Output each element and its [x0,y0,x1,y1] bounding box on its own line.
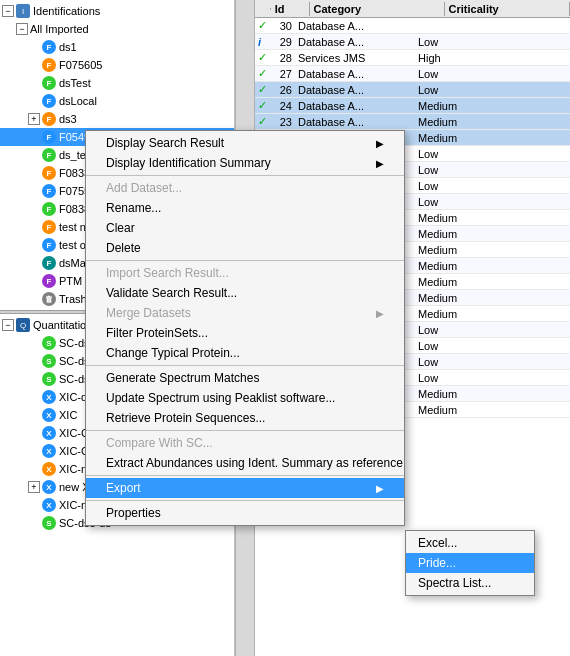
XICds-icon: X [42,390,56,404]
menu-generate-spectrum[interactable]: Generate Spectrum Matches [86,368,404,388]
F0838-icon: F [42,202,56,216]
table-row[interactable]: ✓ 30 Database A... [255,18,570,34]
quantitation-icon: Q [16,318,30,332]
tree-item-dsLocal[interactable]: F dsLocal [0,92,234,110]
XICCca-icon: X [42,426,56,440]
row-id: 24 [271,98,295,113]
row-category: Database A... [295,66,415,81]
newXIC-icon: X [42,480,56,494]
row-criticality: Medium [415,386,515,401]
table-row[interactable]: ✓ 27 Database A... Low [255,66,570,82]
identifications-root[interactable]: − I Identifications [0,2,234,20]
dsLocal-icon: F [42,94,56,108]
table-row[interactable]: ✓ 28 Services JMS High [255,50,570,66]
tree-item-ds1[interactable]: F ds1 [0,38,234,56]
menu-display-ident-summary[interactable]: Display Identification Summary ▶ [86,153,404,173]
ds1-icon: F [42,40,56,54]
menu-separator [86,430,404,431]
table-row[interactable]: ✓ 24 Database A... Medium [255,98,570,114]
th-id: Id [271,2,310,16]
th-criticality: Criticality [445,2,570,16]
table-row[interactable]: ✓ 26 Database A... Low [255,82,570,98]
menu-update-spectrum[interactable]: Update Spectrum using Peaklist software.… [86,388,404,408]
allimported-label: All Imported [30,23,89,35]
menu-compare-with-sc[interactable]: Compare With SC... [86,433,404,453]
export-submenu: Excel... Pride... Spectra List... [405,530,535,596]
menu-separator [86,500,404,501]
expand-ds3[interactable]: + [28,113,40,125]
menu-change-typical-protein[interactable]: Change Typical Protein... [86,343,404,363]
row-category: Services JMS [295,50,415,65]
row-criticality: Medium [415,290,515,305]
row-category: Database A... [295,82,415,97]
ds1-label: ds1 [59,41,77,53]
menu-export[interactable]: Export ▶ [86,478,404,498]
F075605-label: F075605 [59,59,102,71]
menu-add-dataset[interactable]: Add Dataset... [86,178,404,198]
expand-quantitation[interactable]: − [2,319,14,331]
row-id: 28 [271,50,295,65]
arrow-icon: ▶ [376,308,384,319]
expand-newXIC[interactable]: + [28,481,40,493]
menu-delete[interactable]: Delete [86,238,404,258]
tree-item-allimported[interactable]: − All Imported [0,20,234,38]
submenu-pride[interactable]: Pride... [406,553,534,573]
submenu-spectra-list[interactable]: Spectra List... [406,573,534,593]
row-category: Database A... [295,18,415,33]
menu-display-search-result[interactable]: Display Search Result ▶ [86,133,404,153]
testne-icon: F [42,220,56,234]
row-criticality: Low [415,194,515,209]
row-criticality: Low [415,354,515,369]
submenu-excel[interactable]: Excel... [406,533,534,553]
menu-retrieve-protein-seq[interactable]: Retrieve Protein Sequences... [86,408,404,428]
menu-import-search-result[interactable]: Import Search Result... [86,263,404,283]
menu-clear[interactable]: Clear [86,218,404,238]
menu-validate-search-result[interactable]: Validate Search Result... [86,283,404,303]
row-criticality: Low [415,178,515,193]
row-criticality: Medium [415,98,515,113]
XIC-label: XIC [59,409,77,421]
dsTest-icon: F [42,76,56,90]
dsLocal-label: dsLocal [59,95,97,107]
row-id: 26 [271,82,295,97]
arrow-icon: ▶ [376,158,384,169]
F0755-icon: F [42,184,56,198]
row-criticality: Medium [415,114,515,129]
tree-item-dsTest[interactable]: F dsTest [0,74,234,92]
row-criticality: Medium [415,226,515,241]
table-row[interactable]: i 29 Database A... Low [255,34,570,50]
dsMat-icon: F [42,256,56,270]
expand-allimported[interactable]: − [16,23,28,35]
menu-merge-datasets[interactable]: Merge Datasets ▶ [86,303,404,323]
table-header: Id Category Criticality [255,0,570,18]
expand-identifications[interactable]: − [2,5,14,17]
menu-separator [86,475,404,476]
row-criticality: Medium [415,130,515,145]
row-criticality: Medium [415,274,515,289]
menu-filter-protein-sets[interactable]: Filter ProteinSets... [86,323,404,343]
F0833-icon: F [42,166,56,180]
menu-rename[interactable]: Rename... [86,198,404,218]
row-criticality [415,18,515,33]
SCds3a-icon: S [42,336,56,350]
row-criticality: Medium [415,258,515,273]
table-row[interactable]: ✓ 23 Database A... Medium [255,114,570,130]
row-check: ✓ [255,66,271,81]
menu-extract-abundances[interactable]: Extract Abundances using Ident. Summary … [86,453,404,473]
context-menu: Display Search Result ▶ Display Identifi… [85,130,405,526]
row-criticality: Medium [415,210,515,225]
menu-properties[interactable]: Properties [86,503,404,523]
row-check: ✓ [255,82,271,97]
row-criticality: Low [415,370,515,385]
row-criticality: Low [415,146,515,161]
row-check: ✓ [255,18,271,33]
tree-item-F075605[interactable]: F F075605 [0,56,234,74]
PTM-label: PTM [59,275,82,287]
row-category: Database A... [295,114,415,129]
F075605-icon: F [42,58,56,72]
row-id: 29 [271,34,295,49]
tree-item-ds3[interactable]: + F ds3 [0,110,234,128]
Trash-icon: 🗑 [42,292,56,306]
row-criticality: Medium [415,402,515,417]
row-criticality: Low [415,322,515,337]
